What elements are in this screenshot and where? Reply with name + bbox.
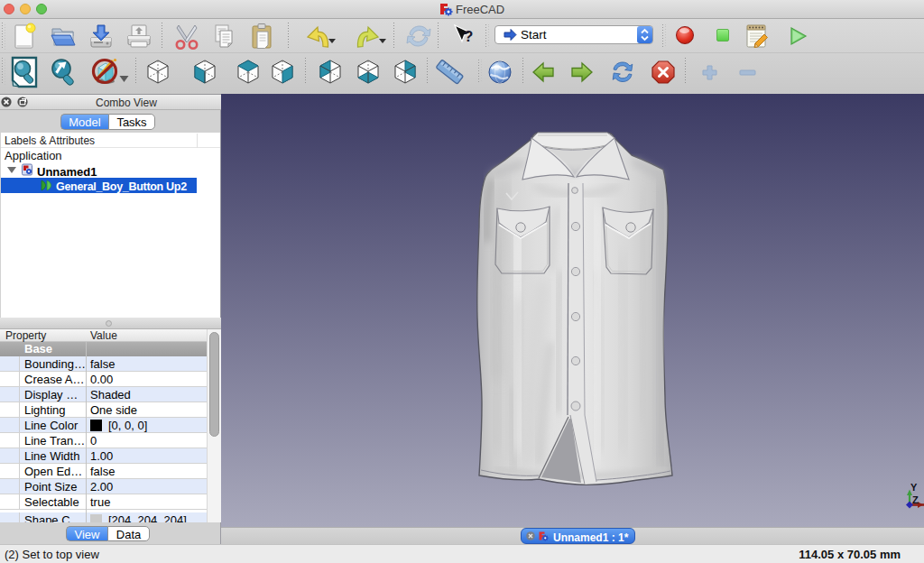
svg-text:Y: Y [910,482,918,493]
svg-text:?: ? [464,28,473,45]
svg-text:Z: Z [912,494,919,505]
